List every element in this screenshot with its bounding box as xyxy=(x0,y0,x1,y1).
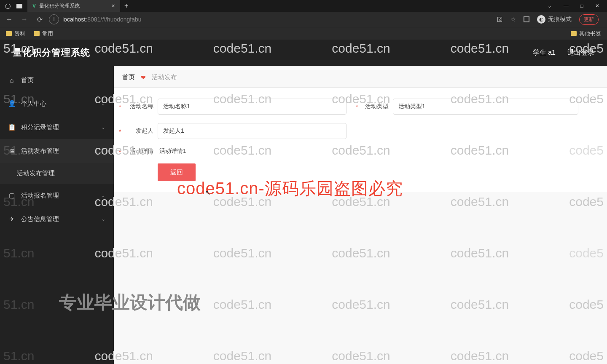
other-bookmarks[interactable]: 其他书签 xyxy=(571,30,601,37)
breadcrumb: 首页 ❤ 活动发布 xyxy=(114,73,607,88)
sidebar-item-activity-publish[interactable]: 🖥 活动发布管理 ⌃ xyxy=(0,139,114,163)
folder-icon xyxy=(6,31,12,36)
incognito-indicator[interactable]: ◐ 无痕模式 xyxy=(537,15,572,24)
reload-button[interactable]: ⟳ xyxy=(34,16,46,24)
heart-icon: ❤ xyxy=(141,74,146,81)
close-tab-icon[interactable]: × xyxy=(112,3,115,9)
app-icon-2 xyxy=(16,4,22,8)
user-label[interactable]: 学生 a1 xyxy=(533,48,556,57)
minimize-icon[interactable]: — xyxy=(564,3,569,9)
url-host: localhost xyxy=(62,16,86,23)
home-icon: ⌂ xyxy=(8,77,15,84)
bookmark-item[interactable]: 资料 xyxy=(6,30,25,37)
chevron-up-icon: ⌃ xyxy=(101,148,105,154)
crop-icon: ▢ xyxy=(8,192,15,199)
close-window-icon[interactable]: ✕ xyxy=(595,3,599,9)
chevron-down-icon: ⌄ xyxy=(101,216,105,222)
label-activity-type: 活动类型 xyxy=(359,103,389,110)
send-icon: ✈ xyxy=(8,215,15,223)
new-tab-button[interactable]: + xyxy=(120,2,132,10)
back-button[interactable]: 返回 xyxy=(158,163,196,181)
app-header: 量化积分管理系统 学生 a1 退出登录 xyxy=(0,40,607,66)
back-button[interactable]: ← xyxy=(3,16,15,23)
logout-link[interactable]: 退出登录 xyxy=(567,48,594,57)
incognito-icon: ◐ xyxy=(537,15,545,24)
vue-icon: V xyxy=(32,3,36,9)
star-icon[interactable]: ☆ xyxy=(510,16,516,23)
chevron-down-icon: ⌄ xyxy=(101,193,105,198)
breadcrumb-home[interactable]: 首页 xyxy=(122,73,135,81)
label-detail: 活动详情 xyxy=(122,147,153,155)
sidebar-subitem-activity-publish[interactable]: 活动发布管理 xyxy=(0,163,114,184)
sidebar-item-profile[interactable]: 👤 个人中心 ⌄ xyxy=(0,92,114,115)
activity-name-input[interactable] xyxy=(158,99,346,115)
folder-icon xyxy=(34,31,40,36)
user-icon: 👤 xyxy=(8,100,15,107)
monitor-icon: 🖥 xyxy=(8,147,15,155)
app-icon: ◯ xyxy=(5,3,11,9)
key-icon[interactable]: ⚿ xyxy=(497,16,503,23)
sidebar-item-score[interactable]: 📋 积分记录管理 ⌄ xyxy=(0,115,114,139)
label-initiator: 发起人 xyxy=(122,127,153,135)
chevron-down-icon[interactable]: ⌄ xyxy=(548,3,552,9)
activity-form: 活动名称 活动类型 发起人 活动详情 活动详情1 返回 xyxy=(114,88,607,192)
extension-icon[interactable] xyxy=(524,16,529,22)
folder-icon xyxy=(571,31,577,36)
breadcrumb-current: 活动发布 xyxy=(152,73,177,81)
sidebar: ⌂ 首页 👤 个人中心 ⌄ 📋 积分记录管理 ⌄ 🖥 活动发布管理 ⌃ 活动发布… xyxy=(0,66,114,364)
bookmark-item[interactable]: 常用 xyxy=(34,30,53,37)
chevron-down-icon: ⌄ xyxy=(101,124,105,130)
label-activity-name: 活动名称 xyxy=(122,103,153,110)
maximize-icon[interactable]: □ xyxy=(580,3,583,9)
app-title: 量化积分管理系统 xyxy=(13,46,90,59)
site-info-icon[interactable]: i xyxy=(49,14,59,24)
update-button[interactable]: 更新 xyxy=(579,14,599,25)
url-path: :8081/#/huodongfabu xyxy=(86,16,141,23)
browser-tab[interactable]: V 量化积分管理系统 × xyxy=(27,0,120,12)
sidebar-item-activity-enroll[interactable]: ▢ 活动报名管理 ⌄ xyxy=(0,184,114,207)
chevron-down-icon: ⌄ xyxy=(101,101,105,107)
window-titlebar: ◯ V 量化积分管理系统 × + ⌄ — □ ✕ xyxy=(0,0,607,12)
bookmarks-bar: 资料 常用 其他书签 xyxy=(0,27,607,40)
activity-type-input[interactable] xyxy=(393,99,578,115)
list-icon: 📋 xyxy=(8,123,15,131)
url-input[interactable]: i localhost:8081/#/huodongfabu xyxy=(49,13,494,25)
sidebar-item-home[interactable]: ⌂ 首页 xyxy=(0,68,114,92)
initiator-input[interactable] xyxy=(158,123,346,139)
tab-title: 量化积分管理系统 xyxy=(39,3,80,10)
sidebar-item-announce[interactable]: ✈ 公告信息管理 ⌄ xyxy=(0,207,114,231)
main-content: 首页 ❤ 活动发布 活动名称 活动类型 发起人 活 xyxy=(114,66,607,364)
forward-button[interactable]: → xyxy=(19,16,30,23)
detail-value: 活动详情1 xyxy=(159,147,186,155)
address-bar: ← → ⟳ i localhost:8081/#/huodongfabu ⚿ ☆… xyxy=(0,12,607,27)
